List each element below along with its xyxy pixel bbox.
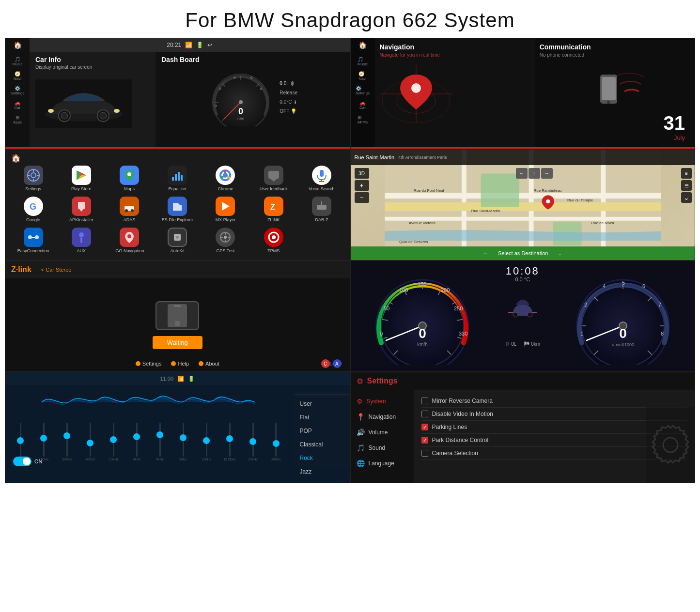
eq-slider-1.5khz[interactable]: 1.5kHz	[102, 423, 125, 461]
back-button[interactable]: ↩	[207, 42, 212, 48]
app-voice-search[interactable]: Voice Search	[298, 164, 344, 193]
sidebar2-navi[interactable]: Navi	[358, 76, 366, 81]
sidebar-music[interactable]: Music	[13, 62, 23, 66]
sidebar2-music[interactable]: Music	[358, 62, 368, 66]
settings-nav-sound[interactable]: 🎵 Sound	[351, 440, 414, 456]
app-apkinstaller-label: APKInstaller	[69, 217, 93, 223]
eq-slider-5khz[interactable]: 5kHz	[149, 423, 171, 461]
app-es-explorer[interactable]: ES File Explorer	[155, 195, 201, 224]
checkbox-park-distance[interactable]	[421, 437, 428, 444]
checkbox-parking-lines[interactable]	[421, 424, 428, 430]
svg-text:8: 8	[260, 87, 263, 91]
map-arrow-right[interactable]: →	[541, 168, 553, 179]
sidebar-car[interactable]: Car	[15, 106, 21, 110]
app-autokit[interactable]: AutoKit	[155, 226, 201, 255]
preset-flat[interactable]: Flat	[294, 411, 350, 424]
preset-jazz[interactable]: Jazz	[294, 465, 350, 478]
eq-slider-150hz[interactable]: 150Hz	[32, 423, 55, 461]
svg-text:Z: Z	[270, 203, 275, 211]
navigation-label: Navigation	[369, 413, 396, 420]
eq-slider-300hz[interactable]: 300Hz	[56, 423, 78, 461]
settings-gear-decoration	[646, 407, 695, 483]
app-igo[interactable]: iGO Navigation	[106, 226, 152, 255]
map-controls: 3D + −	[355, 168, 369, 203]
map-3d-btn[interactable]: 3D	[355, 168, 369, 179]
svg-rect-80	[385, 217, 661, 221]
settings-nav-volume[interactable]: 🔊 Volume	[351, 425, 414, 440]
eq-slider-13.5khz[interactable]: 13.5kHz	[218, 423, 241, 461]
app-google[interactable]: G Google	[10, 195, 56, 224]
preset-pop[interactable]: POP	[294, 425, 350, 437]
settings-nav-system[interactable]: ⚙ System	[351, 394, 414, 409]
sidebar-apps[interactable]: Apps	[13, 120, 22, 124]
svg-point-32	[31, 173, 36, 178]
app-feedback[interactable]: User feedback	[250, 164, 296, 193]
zlink-waiting-button[interactable]: Waiting	[153, 336, 202, 349]
eq-slider-30hz[interactable]: 30Hz	[9, 423, 32, 461]
map-zoom-in[interactable]: +	[355, 180, 369, 191]
eq-slider-16khz[interactable]: 16kHz	[242, 423, 264, 461]
sidebar2-car[interactable]: Car	[359, 106, 366, 110]
svg-point-77	[272, 235, 276, 239]
toggle-switch[interactable]	[13, 457, 31, 466]
sidebar2-apps[interactable]: APPS	[358, 120, 368, 124]
zlink-help-link[interactable]: Help	[171, 361, 189, 367]
map-view[interactable]: Rue du Pont Neuf Rue Rambuteau Rue Saint…	[351, 150, 695, 260]
app-apkinstaller[interactable]: APKInstaller	[58, 195, 104, 224]
zlink-back-button[interactable]: < Car Stereo	[41, 267, 72, 273]
app-settings[interactable]: Settings	[10, 164, 56, 193]
sidebar2-settings[interactable]: Settings	[356, 91, 370, 95]
map-list-icon[interactable]: ☰	[681, 180, 692, 191]
app-chrome[interactable]: Chrome	[202, 164, 249, 193]
language-label: Language	[369, 460, 394, 467]
map-arrow-left[interactable]: ←	[516, 168, 528, 179]
main-grid: 🏠 🎵Music 🧭Navi ⚙️Settings 🚗Car ⊞Apps 20:…	[0, 38, 700, 483]
eq-slider-800hz[interactable]: 800Hz	[79, 423, 102, 461]
svg-point-63	[35, 235, 39, 239]
eq-slider-20khz[interactable]: 20kHz	[264, 423, 287, 461]
sidebar-navi[interactable]: Navi	[14, 76, 21, 81]
svg-rect-79	[385, 193, 661, 199]
preset-user[interactable]: User	[294, 398, 350, 410]
app-zlink[interactable]: Z ZLINK	[250, 195, 296, 224]
zlink-settings-link[interactable]: Settings	[136, 361, 162, 367]
map-zoom-out[interactable]: −	[355, 192, 369, 203]
app-gpstest[interactable]: GPS Test	[202, 226, 249, 255]
time-display: 20:21	[167, 42, 181, 48]
eq-slider-11khz[interactable]: 11kHz	[195, 423, 218, 461]
settings-nav-navigation[interactable]: 📍 Navigation	[351, 409, 414, 425]
app-mxplayer[interactable]: MX Player	[202, 195, 249, 224]
date-number: 31	[664, 112, 685, 134]
app-dabz[interactable]: DAB-Z	[298, 195, 344, 224]
zlink-about-link[interactable]: About	[199, 361, 219, 367]
checkbox-mirror-camera[interactable]	[421, 398, 428, 404]
map-chevron-down-icon[interactable]: ⌄	[681, 192, 692, 203]
app-easyconnect[interactable]: EasyConnection	[10, 226, 56, 255]
eq-slider-8khz[interactable]: 8kHz	[172, 423, 195, 461]
option-parking-lines-label: Parking Lines	[432, 424, 467, 430]
sidebar-settings[interactable]: Settings	[11, 91, 25, 95]
map-destination-bar[interactable]: ← Select as Destination ⌄	[351, 246, 695, 260]
comm-title: Communication	[540, 43, 690, 51]
apps-home-icon[interactable]: 🏠	[11, 153, 21, 163]
preset-rock[interactable]: Rock	[294, 452, 350, 464]
app-tpms[interactable]: TPMS	[250, 226, 296, 255]
map-arrow-up[interactable]: ↑	[529, 168, 540, 179]
settings-nav-language[interactable]: 🌐 Language	[351, 456, 414, 471]
app-chrome-label: Chrome	[218, 186, 233, 192]
map-expand-icon[interactable]: ⌄	[558, 250, 562, 257]
app-playstore[interactable]: Play Store	[58, 164, 104, 193]
svg-text:100: 100	[399, 287, 408, 293]
eq-slider-3khz[interactable]: 3kHz	[125, 423, 148, 461]
map-menu-icon[interactable]: ≡	[681, 168, 692, 179]
preset-classical[interactable]: Classical	[294, 438, 350, 451]
app-maps[interactable]: Maps	[106, 164, 152, 193]
map-back-icon[interactable]: ←	[483, 250, 488, 256]
app-aux[interactable]: AUX	[58, 226, 104, 255]
app-equalizer[interactable]: Equalizer	[155, 164, 201, 193]
eq-on-toggle[interactable]: ON	[13, 457, 43, 466]
checkbox-disable-video[interactable]	[421, 411, 428, 417]
checkbox-camera-selection[interactable]	[421, 450, 428, 457]
svg-text:0: 0	[215, 104, 217, 108]
app-adas[interactable]: ADAS	[106, 195, 152, 224]
